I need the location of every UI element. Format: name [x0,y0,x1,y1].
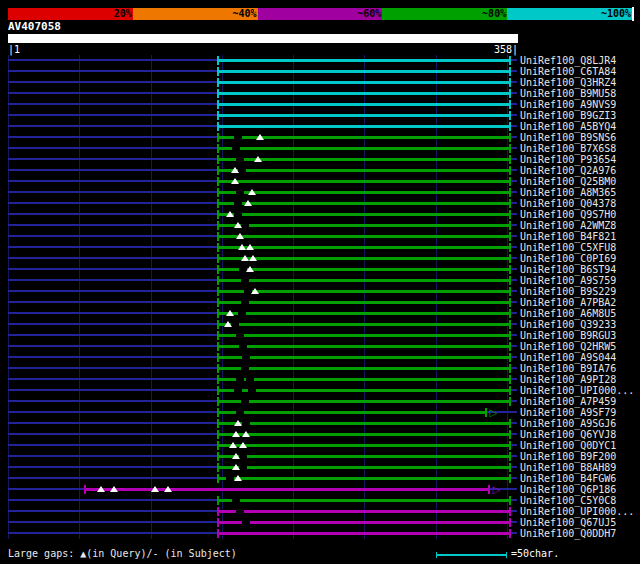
hit-bar[interactable] [218,444,510,447]
hit-label[interactable]: UniRef100_Q3HRZ4 [520,77,638,88]
hit-label[interactable]: UniRef100_A9S044 [520,352,638,363]
hit-label[interactable]: UniRef100_C5Y0C8 [520,495,638,506]
hit-bar[interactable] [218,257,510,260]
hit-label[interactable]: UniRef100_Q0DDH7 [520,528,638,539]
hit-bar[interactable] [218,114,510,117]
hit-bar[interactable] [218,103,510,106]
hit-label[interactable]: UniRef100_A6M8U5 [520,308,638,319]
hit-label[interactable]: UniRef100_Q67UJ5 [520,517,638,528]
alignment-row: UniRef100_B9IA76 [0,363,640,374]
hit-bar-end-tick [509,463,511,472]
hit-label[interactable]: UniRef100_B7X6S8 [520,143,638,154]
hit-label[interactable]: UniRef100_C6TA84 [520,66,638,77]
hit-bar[interactable] [218,180,510,183]
hit-bar[interactable] [218,301,510,304]
hit-label[interactable]: UniRef100_A9S759 [520,275,638,286]
hit-label[interactable]: UniRef100_A2WMZ8 [520,220,638,231]
hit-bar[interactable] [218,400,510,403]
subject-gap-marker [236,508,244,515]
hit-bar[interactable] [218,532,510,535]
hit-label[interactable]: UniRef100_Q2HRW5 [520,341,638,352]
hit-bar[interactable] [218,521,510,524]
hit-label[interactable]: UniRef100_A9NVS9 [520,99,638,110]
hit-label[interactable]: UniRef100_B9IA76 [520,363,638,374]
hit-bar[interactable] [218,213,510,216]
hit-bar[interactable] [218,334,510,337]
hit-label[interactable]: UniRef100_B9F200 [520,451,638,462]
hit-label[interactable]: UniRef100_B9MU58 [520,88,638,99]
hit-bar[interactable] [218,235,510,238]
hit-label[interactable]: UniRef100_Q2A976 [520,165,638,176]
hit-bar[interactable] [218,323,510,326]
hit-bar[interactable] [218,389,510,392]
hit-bar[interactable] [218,246,510,249]
hit-label[interactable]: UniRef100_Q0DYC1 [520,440,638,451]
hit-label[interactable]: UniRef100_A9SGJ6 [520,418,638,429]
alignment-row: UniRef100_B9GZI3 [0,110,640,121]
hit-bar[interactable] [218,59,510,62]
hit-label[interactable]: UniRef100_A7P459 [520,396,638,407]
hit-label[interactable]: UniRef100_B9S229 [520,286,638,297]
hit-label[interactable]: UniRef100_Q39233 [520,319,638,330]
query-gap-marker [246,244,254,250]
hit-bar[interactable] [218,378,510,381]
alignment-row: UniRef100_A9S044 [0,352,640,363]
hit-bar[interactable] [218,147,510,150]
hit-label[interactable]: UniRef100_B9GZI3 [520,110,638,121]
hit-label[interactable]: UniRef100_UPI000... [520,506,638,517]
hit-bar[interactable] [218,433,510,436]
hit-bar[interactable] [218,268,510,271]
hit-label[interactable]: UniRef100_B9RGU3 [520,330,638,341]
hit-bar[interactable] [218,345,510,348]
hit-label[interactable]: UniRef100_A8M365 [520,187,638,198]
hit-label[interactable]: UniRef100_Q9S7H0 [520,209,638,220]
hit-bar[interactable] [218,224,510,227]
hit-label[interactable]: UniRef100_A5BYQ4 [520,121,638,132]
hit-bar[interactable] [218,477,510,480]
hit-bar[interactable] [218,92,510,95]
hit-bar[interactable] [85,488,489,491]
hit-bar[interactable] [218,202,510,205]
hit-bar[interactable] [218,125,510,128]
hit-label[interactable]: UniRef100_Q6P186 [520,484,638,495]
hit-bar[interactable] [218,356,510,359]
hit-bar[interactable] [218,422,510,425]
hit-bar[interactable] [218,169,510,172]
query-bar [8,34,518,43]
hit-label[interactable]: UniRef100_B8AH89 [520,462,638,473]
hit-label[interactable]: UniRef100_Q8LJR4 [520,55,638,66]
hit-label[interactable]: UniRef100_B9SNS6 [520,132,638,143]
hit-label[interactable]: UniRef100_C5XFU8 [520,242,638,253]
hit-bar[interactable] [218,367,510,370]
hit-bar[interactable] [218,510,510,513]
hit-label[interactable]: UniRef100_Q04378 [520,198,638,209]
hit-bar[interactable] [218,466,510,469]
alignment-row: UniRef100_Q8LJR4 [0,55,640,66]
hit-label[interactable]: UniRef100_B4F821 [520,231,638,242]
hit-bar[interactable] [218,191,510,194]
hit-bar-end-tick [509,111,511,120]
hit-bar[interactable] [218,290,510,293]
hit-label[interactable]: UniRef100_UPI000... [520,385,638,396]
hit-bar[interactable] [218,279,510,282]
alignment-row: UniRef100_A9PI28 [0,374,640,385]
hit-bar-end-tick [509,56,511,65]
hit-label[interactable]: UniRef100_B4FGW6 [520,473,638,484]
hit-bar[interactable] [218,81,510,84]
query-name: AV407058 [8,20,61,33]
scale-segment-label: ~100% [601,7,631,20]
hit-label[interactable]: UniRef100_A9SF79 [520,407,638,418]
hit-label[interactable]: UniRef100_B6ST94 [520,264,638,275]
hit-label[interactable]: UniRef100_A7PBA2 [520,297,638,308]
hit-bar[interactable] [218,312,510,315]
hit-label[interactable]: UniRef100_Q6YVJ8 [520,429,638,440]
hit-label[interactable]: UniRef100_A9PI28 [520,374,638,385]
hit-bar[interactable] [218,499,510,502]
hit-label[interactable]: UniRef100_C0PI69 [520,253,638,264]
hit-bar[interactable] [218,455,510,458]
subject-gap-marker [241,365,249,372]
hit-bar[interactable] [218,70,510,73]
hit-bar[interactable] [218,411,486,414]
hit-label[interactable]: UniRef100_P93654 [520,154,638,165]
hit-label[interactable]: UniRef100_Q25BM0 [520,176,638,187]
